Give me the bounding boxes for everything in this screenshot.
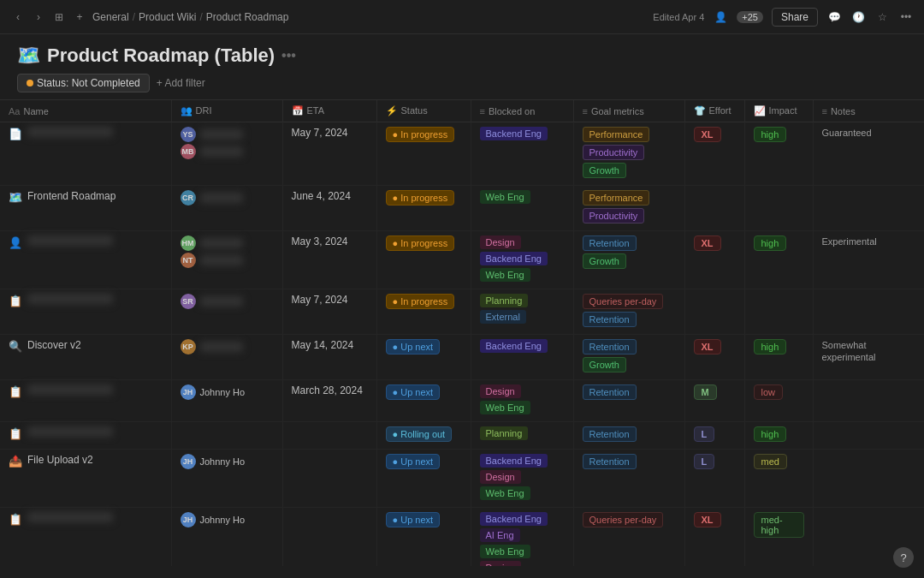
add-filter[interactable]: + Add filter [157, 77, 205, 89]
td-notes [813, 289, 924, 335]
blocked-tags: Backend EngAI EngWeb EngDesign [480, 512, 565, 566]
help-button[interactable]: ? [893, 547, 914, 568]
td-name: 👤 [0, 231, 171, 289]
table-row[interactable]: 📄 YS MB May 7, 2024 ● In progress Backen… [0, 122, 924, 186]
add-page-icon[interactable]: + [72, 9, 87, 25]
name-cell: 📋 [9, 512, 163, 526]
status-filter[interactable]: Status: Not Completed [17, 74, 150, 92]
td-name: 📋 [0, 422, 171, 450]
goal-tag: Retention [583, 426, 637, 442]
th-status[interactable]: ⚡Status [376, 100, 471, 122]
th-notes[interactable]: ≡Notes [813, 100, 924, 122]
dri-name-blurred [200, 193, 243, 203]
td-name: 📄 [0, 122, 171, 186]
td-blocked: Backend Eng [471, 122, 573, 186]
td-blocked: Backend EngAI EngWeb EngDesign [471, 508, 573, 567]
dri-name: Johnny Ho [200, 456, 246, 467]
effort-badge: XL [694, 339, 721, 355]
table-row[interactable]: 🔍 Discover v2 KP May 14, 2024 ● Up next … [0, 335, 924, 380]
td-status: ● In progress [376, 231, 471, 289]
blocked-tag: Design [480, 384, 521, 398]
table-row[interactable]: 🗺️ Frontend Roadmap CR June 4, 2024 ● In… [0, 186, 924, 231]
back-icon[interactable]: ‹ [10, 9, 26, 25]
goal-tag: Retention [583, 384, 637, 400]
blocked-tag: AI Eng [480, 528, 520, 542]
breadcrumb-general[interactable]: General [92, 11, 129, 23]
filters-bar: Status: Not Completed + Add filter [17, 74, 907, 99]
goal-tag: Growth [583, 357, 626, 372]
top-nav: ‹ › ⊞ + General / Product Wiki / Product… [0, 0, 924, 34]
td-goals: Queries per-day [573, 508, 684, 567]
th-dri[interactable]: 👥DRI [171, 100, 282, 122]
expand-icon[interactable]: ⊞ [51, 9, 67, 25]
td-dri: CR [171, 186, 282, 231]
dri-user: CR [181, 190, 274, 206]
td-impact: med [744, 450, 813, 508]
page-emoji: 🗺️ [17, 45, 40, 67]
table-row[interactable]: 📋 ● Rolling out Planning Retention L hig… [0, 422, 924, 450]
th-goals[interactable]: ≡Goal metrics [573, 100, 684, 122]
blocked-tag: Web Eng [480, 545, 530, 558]
td-notes [813, 450, 924, 508]
table-row[interactable]: 📋 SR May 7, 2024 ● In progress PlanningE… [0, 289, 924, 335]
blocked-tag: Web Eng [480, 268, 530, 282]
status-badge: ● In progress [386, 235, 455, 251]
goal-tag: Performance [583, 190, 650, 206]
td-impact: low [744, 380, 813, 422]
dri-user: MB [181, 144, 274, 159]
goal-tag: Retention [583, 235, 637, 251]
goal-tags: RetentionGrowth [583, 339, 676, 375]
clock-icon[interactable]: 🕐 [850, 9, 866, 25]
dri-avatar: HM [181, 235, 196, 251]
eta-text: March 28, 2024 [292, 384, 363, 396]
td-goals: RetentionGrowth [573, 231, 684, 289]
more-icon[interactable]: ••• [898, 9, 914, 25]
td-notes: Experimental [813, 231, 924, 289]
td-dri: JH Johnny Ho [171, 508, 282, 567]
th-eta[interactable]: 📅ETA [282, 100, 376, 122]
eta-text: May 14, 2024 [292, 339, 354, 351]
table-row[interactable]: 👤 HM NT May 3, 2024 ● In progress Design… [0, 231, 924, 289]
breadcrumb-roadmap[interactable]: Product Roadmap [206, 11, 289, 23]
avatar-icon: 👤 [713, 9, 728, 25]
name-cell: 🔍 Discover v2 [9, 339, 163, 353]
effort-badge: M [694, 384, 717, 400]
impact-badge: med [754, 454, 787, 469]
dri-user: JH Johnny Ho [181, 512, 274, 527]
td-eta: June 4, 2024 [282, 186, 376, 231]
blocked-tags: PlanningExternal [480, 294, 565, 326]
td-dri: HM NT [171, 231, 282, 289]
star-icon[interactable]: ☆ [874, 9, 890, 25]
td-goals: Retention [573, 380, 684, 422]
td-notes: Guaranteed [813, 122, 924, 186]
page-options-icon[interactable]: ••• [281, 48, 296, 63]
share-button[interactable]: Share [772, 8, 818, 27]
impact-badge: low [754, 384, 784, 400]
forward-icon[interactable]: › [31, 9, 46, 25]
name-cell: 📋 [9, 384, 163, 398]
table-row[interactable]: 📤 File Upload v2 JH Johnny Ho ● Up next … [0, 450, 924, 508]
goal-tag: Retention [583, 454, 637, 469]
blocked-tag: Design [480, 561, 521, 566]
th-blocked[interactable]: ≡Blocked on [471, 100, 573, 122]
td-status: ● In progress [376, 186, 471, 231]
breadcrumb-wiki[interactable]: Product Wiki [139, 11, 196, 23]
nav-left: ‹ › ⊞ + General / Product Wiki / Product… [10, 9, 646, 25]
th-name[interactable]: AaName [0, 100, 171, 122]
td-impact [744, 289, 813, 335]
comment-icon[interactable]: 💬 [826, 9, 842, 25]
dri-name-blurred [200, 238, 243, 248]
th-effort[interactable]: 👕Effort [684, 100, 744, 122]
td-status: ● Up next [376, 508, 471, 567]
table-row[interactable]: 📋 JH Johnny Ho ● Up next Backend EngAI E… [0, 508, 924, 567]
goal-tag: Productivity [583, 145, 645, 160]
name-cell: 🗺️ Frontend Roadmap [9, 190, 163, 204]
row-icon: 🔍 [9, 340, 22, 353]
dri-user: JH Johnny Ho [181, 384, 274, 400]
td-notes [813, 186, 924, 231]
status-badge: ● Up next [386, 454, 441, 469]
table-row[interactable]: 📋 JH Johnny Ho March 28, 2024 ● Up next … [0, 380, 924, 422]
th-impact[interactable]: 📈Impact [744, 100, 813, 122]
td-name: 📋 [0, 508, 171, 567]
td-notes: Somewhat experimental [813, 335, 924, 380]
